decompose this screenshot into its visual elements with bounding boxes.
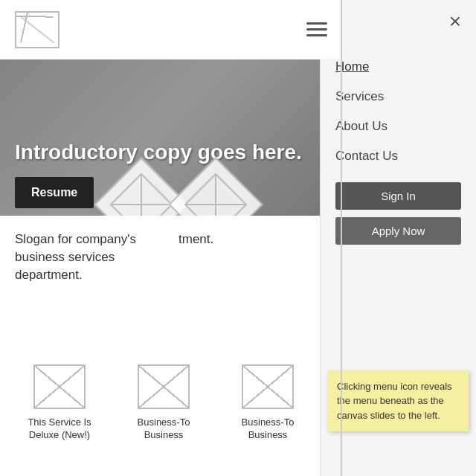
sticky-note: Clicking menu icon reveals the menu bene… (328, 370, 469, 432)
nav-item-about[interactable]: About Us (335, 112, 461, 141)
services-section: This Service Is Deluxe (New!) Business-T… (0, 350, 342, 457)
service-label-1: This Service Is Deluxe (New!) (15, 416, 104, 442)
main-canvas: Introductory copy goes here. Resume Slog… (0, 0, 342, 476)
nav-item-contact[interactable]: Contact Us (335, 141, 461, 171)
nav-item-services[interactable]: Services (335, 82, 461, 112)
side-panel: × Home Services About Us Contact Us Sign… (320, 0, 476, 476)
sticky-note-text: Clicking menu icon reveals the menu bene… (337, 381, 452, 421)
header-bar (0, 0, 342, 60)
service-icon-1 (33, 364, 86, 409)
logo (15, 11, 60, 48)
service-item-1: This Service Is Deluxe (New!) (15, 364, 104, 442)
service-item-3: Business-To Business (223, 364, 312, 442)
service-icon-2 (138, 364, 190, 409)
slogan-text: Slogan for company's business services d… (15, 231, 164, 283)
slogan-section: Slogan for company's business services d… (0, 216, 342, 298)
hamburger-line-1 (306, 22, 327, 25)
hamburger-line-2 (306, 28, 327, 30)
nav-list: Home Services About Us Contact Us (321, 52, 476, 171)
slogan-partial: tment. (178, 231, 213, 283)
hero-title: Introductory copy goes here. (15, 140, 302, 165)
service-label-2: Business-To Business (119, 416, 208, 442)
service-label-3: Business-To Business (223, 416, 312, 442)
apply-now-button[interactable]: Apply Now (335, 217, 461, 245)
signin-button[interactable]: Sign In (335, 182, 461, 210)
resume-button[interactable]: Resume (15, 177, 94, 208)
nav-actions: Sign In Apply Now (321, 171, 476, 256)
hamburger-line-3 (306, 34, 327, 36)
nav-item-home[interactable]: Home (335, 52, 461, 82)
service-icon-3 (242, 364, 294, 409)
service-item-2: Business-To Business (119, 364, 208, 442)
hamburger-menu-icon[interactable] (306, 22, 327, 36)
close-button[interactable]: × (449, 11, 461, 32)
canvas-divider (341, 0, 342, 476)
